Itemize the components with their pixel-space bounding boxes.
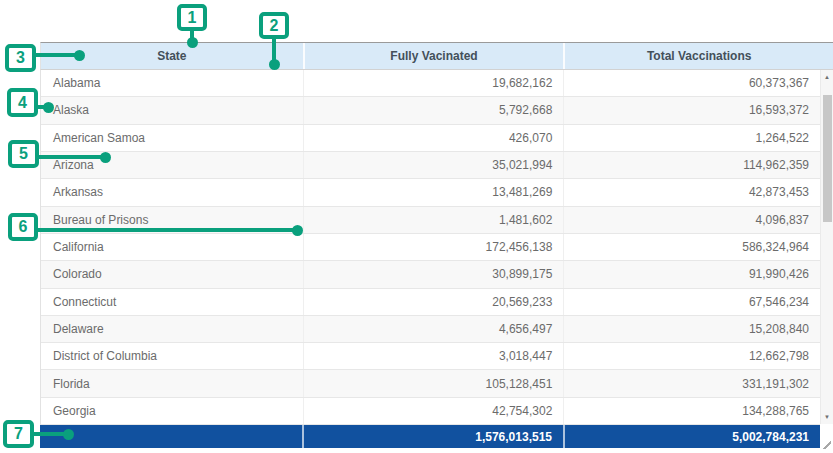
cell-state: Alabama	[41, 70, 303, 96]
cell-fully-vaccinated: 35,021,994	[303, 152, 564, 178]
cell-total-vaccinations: 4,096,837	[563, 207, 820, 233]
cell-state: District of Columbia	[41, 343, 303, 369]
callout-4-dot	[43, 102, 54, 113]
cell-total-vaccinations: 331,191,302	[563, 370, 820, 396]
table-row[interactable]: District of Columbia3,018,44712,662,798	[41, 343, 820, 370]
table-header-row: State Fully Vacinated Total Vaccinations	[40, 42, 833, 70]
table-row[interactable]: Connecticut20,569,23367,546,234	[41, 289, 820, 316]
table-row[interactable]: Arkansas13,481,26942,873,453	[41, 179, 820, 206]
cell-fully-vaccinated: 42,754,302	[303, 398, 564, 424]
cell-fully-vaccinated: 30,899,175	[303, 261, 564, 287]
callout-3-label: 3	[16, 49, 25, 67]
table-row[interactable]: Colorado30,899,17591,990,426	[41, 261, 820, 288]
callout-3-badge: 3	[5, 44, 36, 72]
cell-fully-vaccinated: 426,070	[303, 125, 564, 151]
table-row[interactable]: Delaware4,656,49715,208,840	[41, 316, 820, 343]
column-header-total-vaccinations[interactable]: Total Vaccinations	[563, 43, 833, 69]
scroll-up-icon[interactable]: ▲	[821, 70, 833, 84]
grand-total-fully-vaccinated: 1,576,013,515	[302, 425, 563, 448]
table-row[interactable]: Florida105,128,451331,191,302	[41, 370, 820, 397]
cell-state: Alaska	[41, 97, 303, 123]
callout-5-badge: 5	[8, 140, 39, 168]
callout-2-label: 2	[270, 17, 279, 35]
cell-total-vaccinations: 60,373,367	[563, 70, 820, 96]
cell-state: Connecticut	[41, 289, 303, 315]
table-row[interactable]: California172,456,138586,324,964	[41, 234, 820, 261]
callout-7-label: 7	[14, 425, 23, 443]
callout-5-line	[38, 155, 106, 159]
grand-total-row: 1,576,013,515 5,002,784,231	[40, 425, 820, 448]
cell-fully-vaccinated: 105,128,451	[303, 370, 564, 396]
callout-6-badge: 6	[8, 213, 38, 241]
cell-state: Delaware	[41, 316, 303, 342]
callout-6-line	[37, 228, 298, 232]
cell-fully-vaccinated: 3,018,447	[303, 343, 564, 369]
callout-5-label: 5	[19, 145, 28, 163]
column-header-fully-vaccinated[interactable]: Fully Vacinated	[303, 43, 564, 69]
cell-total-vaccinations: 91,990,426	[563, 261, 820, 287]
table-row[interactable]: Alabama19,682,16260,373,367	[41, 70, 820, 97]
cell-total-vaccinations: 114,962,359	[563, 152, 820, 178]
cell-fully-vaccinated: 1,481,602	[303, 207, 564, 233]
cell-total-vaccinations: 134,288,765	[563, 398, 820, 424]
callout-2-badge: 2	[259, 12, 289, 39]
cell-state: Florida	[41, 370, 303, 396]
callout-4-label: 4	[18, 94, 27, 112]
scrollbar-thumb[interactable]	[823, 95, 832, 222]
cell-fully-vaccinated: 19,682,162	[303, 70, 564, 96]
table-row[interactable]: Alaska5,792,66816,593,372	[41, 97, 820, 124]
cell-total-vaccinations: 67,546,234	[563, 289, 820, 315]
grand-total-state-cell	[40, 425, 302, 448]
callout-1-badge: 1	[177, 4, 207, 31]
grand-total-total-vaccinations: 5,002,784,231	[563, 425, 820, 448]
table-row[interactable]: Arizona35,021,994114,962,359	[41, 152, 820, 179]
cell-fully-vaccinated: 20,569,233	[303, 289, 564, 315]
cell-fully-vaccinated: 172,456,138	[303, 234, 564, 260]
callout-5-dot	[100, 152, 111, 163]
callout-7-dot	[63, 429, 74, 440]
annotated-vaccination-table-screenshot: State Fully Vacinated Total Vaccinations…	[0, 0, 833, 453]
cell-total-vaccinations: 12,662,798	[563, 343, 820, 369]
cell-total-vaccinations: 15,208,840	[563, 316, 820, 342]
callout-6-label: 6	[19, 218, 28, 236]
scroll-down-icon[interactable]: ▼	[821, 410, 833, 424]
callout-3-dot	[74, 50, 85, 61]
callout-2-dot	[269, 59, 280, 70]
vertical-scrollbar[interactable]: ▲ ▼	[820, 70, 833, 424]
cell-fully-vaccinated: 4,656,497	[303, 316, 564, 342]
callout-4-badge: 4	[7, 88, 38, 117]
cell-state: American Samoa	[41, 125, 303, 151]
cell-total-vaccinations: 1,264,522	[563, 125, 820, 151]
callout-1-dot	[187, 37, 198, 48]
resize-grip-icon	[822, 440, 831, 449]
cell-total-vaccinations: 16,593,372	[563, 97, 820, 123]
callout-3-line	[35, 53, 79, 57]
cell-fully-vaccinated: 5,792,668	[303, 97, 564, 123]
cell-total-vaccinations: 586,324,964	[563, 234, 820, 260]
table-row[interactable]: American Samoa426,0701,264,522	[41, 125, 820, 152]
table-row[interactable]: Georgia42,754,302134,288,765	[41, 398, 820, 425]
cell-state: Colorado	[41, 261, 303, 287]
callout-6-dot	[292, 225, 303, 236]
table-body: Alabama19,682,16260,373,367Alaska5,792,6…	[40, 70, 820, 425]
cell-total-vaccinations: 42,873,453	[563, 179, 820, 205]
callout-7-badge: 7	[3, 420, 34, 448]
cell-state: Arkansas	[41, 179, 303, 205]
cell-state: Georgia	[41, 398, 303, 424]
callout-1-label: 1	[188, 9, 197, 27]
cell-fully-vaccinated: 13,481,269	[303, 179, 564, 205]
cell-state: California	[41, 234, 303, 260]
